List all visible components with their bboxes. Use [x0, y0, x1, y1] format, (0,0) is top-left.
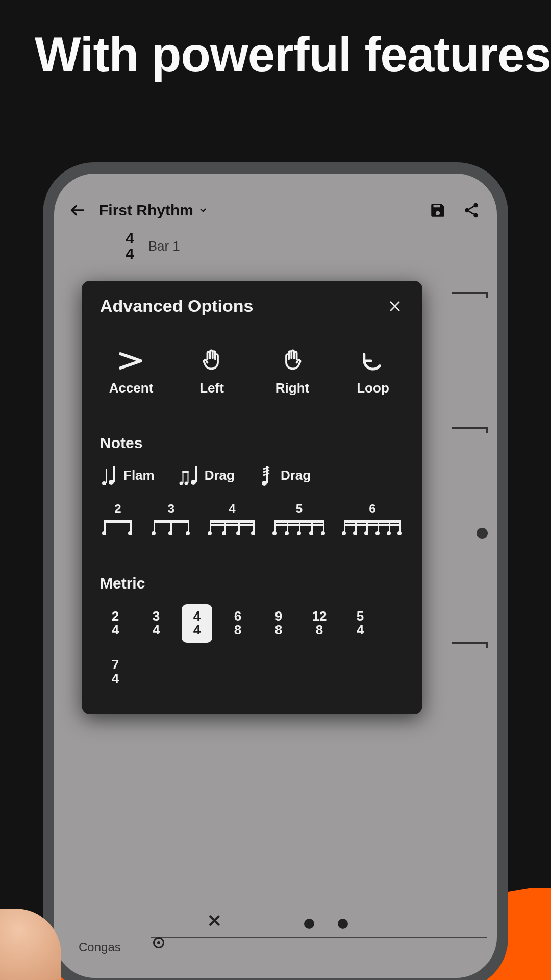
marketing-headline: With powerful features — [35, 28, 551, 81]
phone-screen: First Rhythm 4 4 Bar 1 — [54, 174, 497, 978]
phone-frame: First Rhythm 4 4 Bar 1 — [43, 162, 508, 980]
